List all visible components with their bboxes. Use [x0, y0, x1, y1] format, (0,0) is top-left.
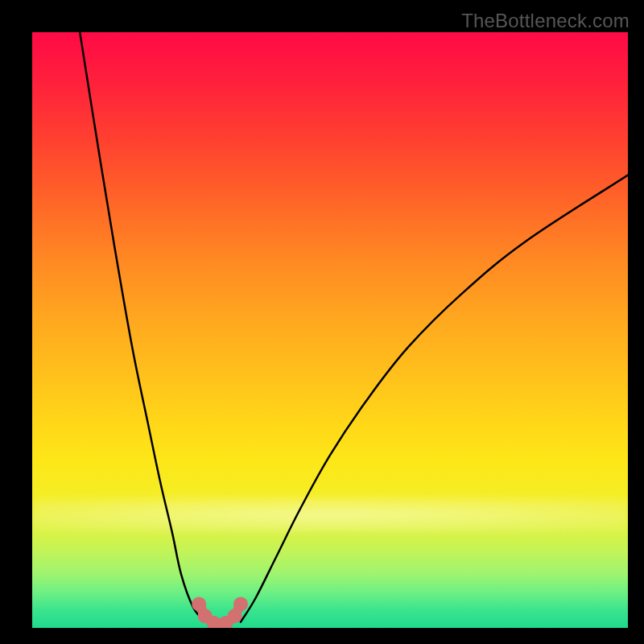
watermark-text: TheBottleneck.com — [461, 10, 630, 32]
min-markers — [32, 32, 628, 628]
chart-frame: TheBottleneck.com — [0, 0, 644, 644]
marker-dot — [233, 597, 248, 611]
marker-dots — [192, 597, 248, 628]
plot-area — [32, 32, 628, 628]
